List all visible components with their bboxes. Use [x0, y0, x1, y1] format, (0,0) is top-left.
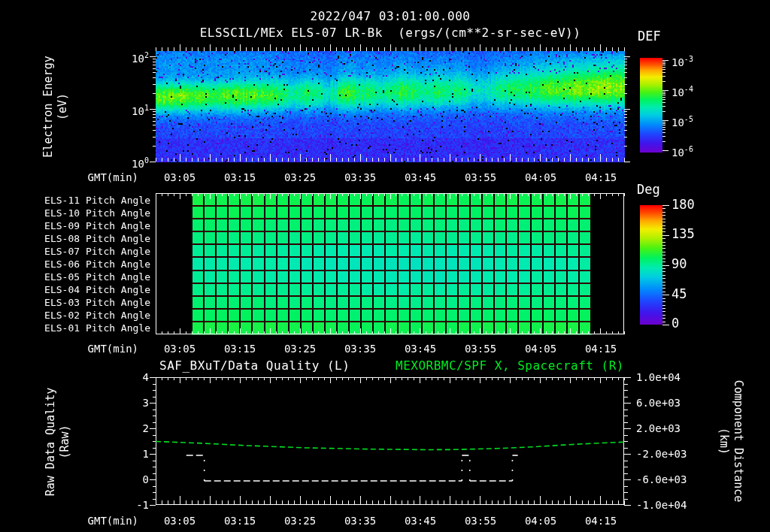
- time-tick: 03:55: [465, 171, 496, 183]
- deg-tick-180: 180: [671, 198, 695, 210]
- distance-axis-title-line2: (km): [717, 373, 731, 509]
- row-label-els06: ELS-06 Pitch Angle: [30, 258, 150, 271]
- distance-tick-neg1e4: -1.0e+04: [636, 499, 687, 511]
- quality-axis-title-line2: (Raw): [58, 374, 72, 509]
- row-label-els03: ELS-03 Pitch Angle: [30, 297, 150, 309]
- distance-tick-6e3: 6.0e+03: [636, 397, 681, 409]
- row-label-els05: ELS-05 Pitch Angle: [30, 271, 150, 283]
- time-tick: 03:15: [224, 343, 256, 355]
- deg-tick-90: 90: [671, 258, 687, 270]
- page-title-instrument: ELSSCIL/MEx ELS-07 LR-Bk (ergs/(cm**2-sr…: [200, 27, 581, 39]
- panel3-left-series-title: SAF_BXuT/Data Quality (L): [159, 360, 350, 372]
- energy-tick-100: 102: [29, 50, 149, 65]
- time-tick: 04:05: [525, 171, 556, 183]
- time-tick: 03:25: [284, 343, 316, 355]
- time-tick: 03:45: [405, 515, 436, 527]
- time-tick: 04:15: [585, 343, 617, 355]
- page-title-datetime: 2022/047 03:01:00.000: [311, 11, 471, 23]
- distance-tick-neg2e3: -2.0e+03: [636, 448, 687, 460]
- distance-axis-title-line1: Component Distance: [731, 373, 745, 509]
- quality-axis-title: Raw Data Quality (Raw): [44, 374, 72, 509]
- panel3-right-series-title: MEXORBMC/SPF X, Spacecraft (R): [396, 360, 624, 372]
- energy-tick-1: 100: [29, 155, 149, 170]
- time-tick: 03:15: [224, 515, 256, 527]
- row-label-els11: ELS-11 Pitch Angle: [30, 195, 150, 207]
- time-tick: 03:05: [164, 515, 196, 527]
- distance-axis-title: Component Distance (km): [717, 373, 745, 509]
- time-tick: 03:35: [344, 171, 376, 183]
- def-tick-1e-3: 10-3: [671, 53, 693, 68]
- row-label-els02: ELS-02 Pitch Angle: [30, 310, 150, 322]
- row-label-els09: ELS-09 Pitch Angle: [30, 220, 150, 232]
- time-tick: 03:45: [405, 171, 436, 183]
- quality-tick-0: 0: [29, 473, 149, 485]
- time-tick: 03:05: [164, 171, 196, 183]
- deg-tick-45: 45: [671, 288, 687, 300]
- distance-tick-1e4: 1.0e+04: [636, 371, 681, 383]
- deg-colorbar-title: Deg: [637, 183, 660, 195]
- gmt-label-3: GMT(min): [18, 515, 138, 527]
- time-tick: 03:35: [344, 343, 376, 355]
- row-label-els04: ELS-04 Pitch Angle: [30, 284, 150, 296]
- gmt-label-2: GMT(min): [18, 343, 138, 355]
- deg-tick-135: 135: [671, 228, 695, 240]
- time-tick: 04:05: [525, 343, 556, 355]
- distance-tick-2e3: 2.0e+03: [636, 422, 681, 434]
- quality-tick-1: 1: [29, 448, 149, 460]
- time-tick: 03:55: [465, 515, 496, 527]
- def-tick-1e-6: 10-6: [671, 144, 693, 159]
- row-label-els10: ELS-10 Pitch Angle: [30, 207, 150, 219]
- distance-tick-neg6e3: -6.0e+03: [636, 473, 687, 485]
- time-tick: 03:25: [284, 171, 316, 183]
- def-tick-1e-4: 10-4: [671, 83, 693, 98]
- energy-tick-10: 101: [29, 102, 149, 117]
- quality-tick-2: 2: [29, 422, 149, 434]
- row-label-els07: ELS-07 Pitch Angle: [30, 246, 150, 258]
- time-tick: 03:55: [465, 343, 496, 355]
- time-tick: 04:15: [585, 515, 617, 527]
- quality-axis-title-line1: Raw Data Quality: [44, 374, 58, 509]
- time-tick: 03:45: [405, 343, 436, 355]
- def-colorbar-title: DEF: [638, 30, 661, 42]
- plot-page: 2022/047 03:01:00.000 ELSSCIL/MEx ELS-07…: [0, 0, 770, 532]
- time-tick: 03:05: [164, 343, 196, 355]
- time-tick: 03:15: [224, 171, 256, 183]
- gmt-label-1: GMT(min): [18, 171, 138, 183]
- def-tick-1e-5: 10-5: [671, 113, 693, 128]
- row-label-els08: ELS-08 Pitch Angle: [30, 233, 150, 245]
- quality-tick-neg1: -1: [29, 499, 149, 511]
- time-tick: 04:05: [525, 515, 556, 527]
- time-tick: 04:15: [585, 171, 617, 183]
- time-tick: 03:35: [344, 515, 376, 527]
- row-label-els01: ELS-01 Pitch Angle: [30, 322, 150, 334]
- time-tick: 03:25: [284, 515, 316, 527]
- deg-tick-0: 0: [671, 317, 679, 329]
- quality-tick-4: 4: [29, 371, 149, 383]
- quality-tick-3: 3: [29, 397, 149, 409]
